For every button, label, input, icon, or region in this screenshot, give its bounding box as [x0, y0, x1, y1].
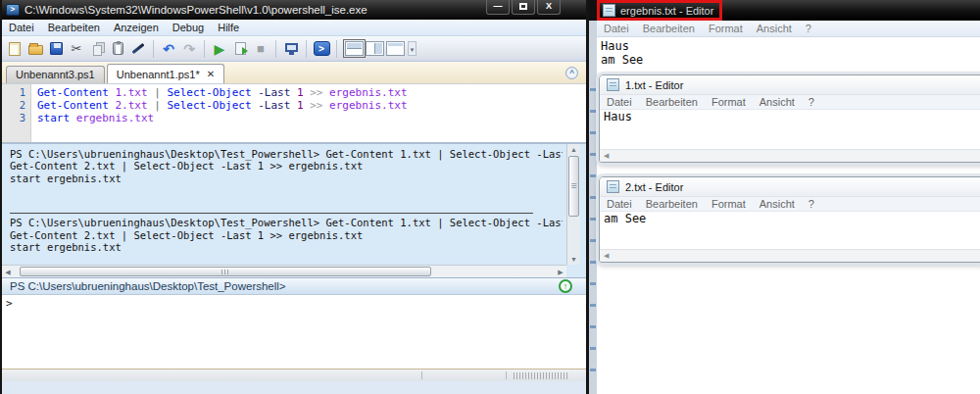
menu-item-bearbeiten[interactable]: Bearbeiten: [636, 22, 702, 35]
new-script-icon[interactable]: [6, 40, 24, 58]
1txt-horizontal-scrollbar[interactable]: ◀: [600, 149, 980, 162]
menu-item-ansicht[interactable]: Ansicht: [750, 22, 799, 35]
text-line: am See: [604, 213, 980, 226]
toolbar-separator: [275, 40, 276, 58]
layout-buttons: ▾: [345, 41, 416, 56]
script-code[interactable]: Get-Content 1.txt | Select-Object -Last …: [31, 84, 586, 142]
red-annotation-box: ergebnis.txt - Editor: [597, 0, 722, 21]
code-line: Get-Content 1.txt | Select-Object -Last …: [37, 86, 586, 99]
2txt-editor-window: 2.txt - Editor DateiBearbeitenFormatAnsi…: [599, 176, 980, 263]
toolbar-overflow-icon[interactable]: ▾: [408, 41, 416, 56]
menu-item-anzeigen[interactable]: Anzeigen: [107, 21, 166, 34]
line-number: 3: [2, 112, 25, 124]
console-line: PS C:\Users\ubrueninghaus\Desktop\Test_P…: [10, 217, 563, 228]
layout-script-pane-right-icon[interactable]: [366, 41, 384, 56]
menu-item-datei[interactable]: Datei: [600, 197, 639, 211]
2txt-menubar: DateiBearbeitenFormatAnsicht?: [600, 197, 980, 212]
new-remote-powershell-tab-icon[interactable]: [282, 40, 300, 58]
tab-unbenannt1[interactable]: Unbenannt1.ps1* ✕: [107, 64, 224, 83]
statusbar-divider: [506, 371, 507, 379]
clear-console-icon[interactable]: [129, 40, 147, 58]
2txt-text-area[interactable]: am See: [600, 212, 980, 249]
run-selection-icon[interactable]: [231, 40, 249, 58]
menu-item-datei[interactable]: Datei: [600, 95, 639, 109]
statusbar-divider: [421, 371, 422, 379]
screenshot-root: > C:\Windows\System32\WindowsPowerShell\…: [0, 0, 980, 394]
run-script-icon[interactable]: ▶: [211, 40, 228, 58]
notepad-icon: [607, 78, 619, 91]
layout-script-pane-top-icon[interactable]: [345, 41, 364, 56]
ergebnis-menubar: DateiBearbeitenFormatAnsicht?: [597, 21, 980, 37]
console-output-pane[interactable]: PS C:\Users\ubrueninghaus\Desktop\Test_P…: [2, 144, 586, 277]
1txt-titlebar[interactable]: 1.txt - Editor: [600, 75, 980, 95]
zoom-slider[interactable]: [514, 372, 568, 379]
copy-icon[interactable]: [88, 40, 106, 58]
menu-item-ansicht[interactable]: Ansicht: [753, 197, 802, 211]
cut-icon[interactable]: ✂: [68, 40, 85, 58]
line-number: 2: [2, 99, 25, 112]
minimize-button[interactable]: —: [486, 0, 510, 15]
tab-close-icon[interactable]: ✕: [207, 70, 215, 79]
paste-icon[interactable]: [109, 40, 126, 58]
menu-item-format[interactable]: Format: [705, 95, 753, 109]
horizontal-scroll-thumb[interactable]: [20, 267, 431, 276]
console-line: Get-Content 2.txt | Select-Object -Last …: [10, 160, 563, 172]
ergebnis-window-title: ergebnis.txt - Editor: [620, 5, 713, 17]
1txt-editor-window: 1.txt - Editor DateiBearbeitenFormatAnsi…: [599, 74, 980, 163]
scroll-up-icon[interactable]: ▲: [567, 144, 580, 155]
output-vertical-scrollbar[interactable]: ▲ ☰ ▼: [566, 144, 580, 265]
vertical-scroll-thumb[interactable]: ☰: [568, 156, 579, 217]
menu-item-bearbeiten[interactable]: Bearbeiten: [639, 95, 705, 109]
menu-item-?[interactable]: ?: [799, 22, 818, 35]
menu-item-datei[interactable]: Datei: [2, 21, 41, 34]
ise-titlebar[interactable]: > C:\Windows\System32\WindowsPowerShell\…: [2, 0, 586, 20]
notepad-icon: [603, 4, 615, 17]
layout-script-pane-maximized-icon[interactable]: [386, 41, 405, 56]
menu-item-ansicht[interactable]: Ansicht: [753, 95, 802, 109]
close-button[interactable]: X: [537, 0, 561, 15]
undo-icon[interactable]: ↶: [160, 40, 177, 58]
command-input-pane[interactable]: >: [2, 295, 586, 369]
output-horizontal-scrollbar[interactable]: ◀ ▶: [2, 265, 566, 277]
menu-item-?[interactable]: ?: [802, 197, 821, 211]
menu-item-bearbeiten[interactable]: Bearbeiten: [639, 197, 705, 211]
menu-item-hilfe[interactable]: Hilfe: [211, 21, 246, 34]
stop-operation-icon[interactable]: ■: [252, 40, 270, 58]
menu-item-format[interactable]: Format: [705, 197, 753, 211]
1txt-text-area[interactable]: Haus: [600, 110, 980, 149]
ergebnis-text-area[interactable]: Hausam See: [597, 37, 980, 67]
scroll-down-icon[interactable]: ▼: [567, 254, 580, 265]
menu-item-bearbeiten[interactable]: Bearbeiten: [41, 21, 107, 34]
toolbar-separator: [306, 40, 307, 58]
menu-item-debug[interactable]: Debug: [166, 21, 211, 34]
maximize-icon: [519, 3, 527, 10]
menu-item-format[interactable]: Format: [702, 22, 750, 35]
console-line: Get-Content 2.txt | Select-Object -Last …: [10, 229, 563, 241]
2txt-horizontal-scrollbar[interactable]: ◀: [600, 249, 980, 262]
ergebnis-titlebar[interactable]: ergebnis.txt - Editor: [597, 0, 980, 21]
code-line: Get-Content 2.txt | Select-Object -Last …: [37, 99, 586, 112]
menu-item-datei[interactable]: Datei: [597, 22, 636, 35]
console-line: start ergebnis.txt: [10, 241, 563, 253]
scroll-left-icon[interactable]: ◀: [2, 267, 14, 277]
menu-item-?[interactable]: ?: [802, 95, 821, 109]
background-window-text-fragments: [590, 88, 596, 382]
save-icon[interactable]: [47, 40, 65, 58]
collapse-script-pane-icon[interactable]: ^: [565, 67, 578, 79]
command-prompt: >: [6, 297, 13, 310]
2txt-titlebar[interactable]: 2.txt - Editor: [600, 177, 980, 197]
code-line: start ergebnis.txt: [37, 112, 586, 124]
execute-up-arrow-icon[interactable]: ↑: [559, 279, 572, 293]
console-line: start ergebnis.txt: [10, 172, 563, 184]
scroll-right-icon[interactable]: ▶: [555, 267, 566, 277]
ise-toolbar: ✂ ↶ ↷ ▶ ■ > ▾: [2, 36, 586, 62]
text-line: Haus: [604, 111, 980, 124]
maximize-button[interactable]: [512, 0, 535, 15]
tab-unbenannt3[interactable]: Unbenannt3.ps1: [6, 66, 105, 83]
window-controls: — X: [486, 0, 561, 15]
start-powershell-exe-icon[interactable]: >: [313, 40, 330, 58]
ise-window-title: C:\Windows\System32\WindowsPowerShell\v1…: [24, 4, 368, 16]
redo-icon[interactable]: ↷: [180, 40, 198, 58]
open-script-icon[interactable]: [26, 40, 44, 58]
script-editor-pane[interactable]: 123 Get-Content 1.txt | Select-Object -L…: [2, 84, 586, 144]
